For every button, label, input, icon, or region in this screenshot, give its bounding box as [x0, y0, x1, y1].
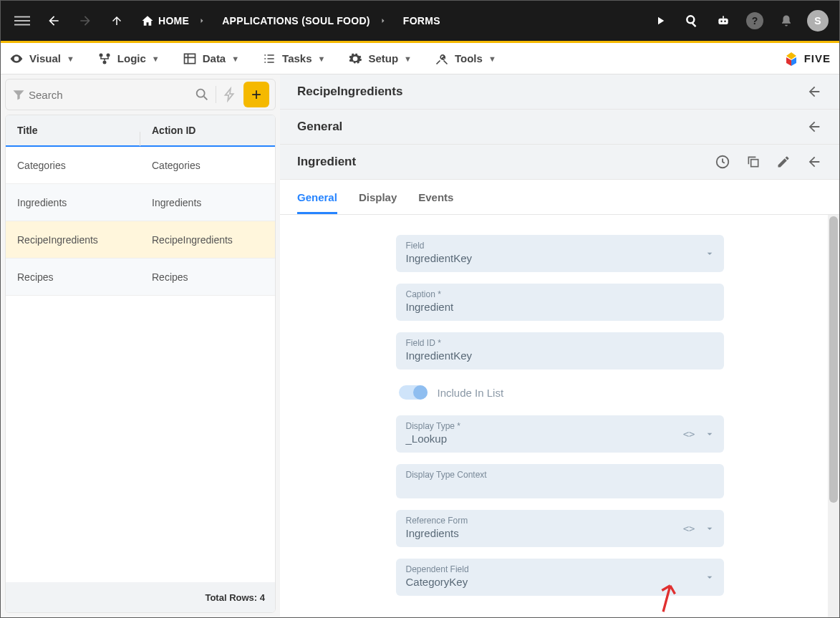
- svg-rect-5: [718, 19, 728, 24]
- toolbar-tasks[interactable]: Tasks▼: [262, 52, 325, 66]
- cell-action: Recipes: [140, 271, 275, 283]
- form-scroll: Field IngredientKey Caption * Ingredient…: [280, 215, 839, 617]
- breadcrumb-home-label: HOME: [158, 15, 189, 26]
- field-context[interactable]: Display Type Context: [396, 464, 724, 498]
- chevron-right-icon: [379, 16, 395, 25]
- breadcrumb-forms[interactable]: FORMS: [397, 12, 446, 29]
- copy-icon[interactable]: [746, 155, 761, 169]
- toggle-include[interactable]: Include In List: [396, 381, 724, 404]
- field-value: IngredientKey: [406, 252, 714, 264]
- toolbar: Visual▼ Logic▼ Data▼ Tasks▼ Setup▼ Tools…: [1, 43, 839, 74]
- toolbar-logic[interactable]: Logic▼: [97, 52, 160, 66]
- cell-action: RecipeIngredients: [140, 234, 275, 246]
- chevron-down-icon: [704, 248, 715, 259]
- field-field[interactable]: Field IngredientKey: [396, 235, 724, 272]
- menu-icon[interactable]: [9, 8, 35, 34]
- detail-bar-2: General: [280, 110, 839, 145]
- tools-icon: [435, 52, 449, 66]
- field-refform[interactable]: Reference Form Ingredients <>: [396, 510, 724, 547]
- field-value: IngredientKey: [406, 349, 714, 362]
- field-value: CategoryKey: [406, 576, 714, 588]
- divider: [216, 86, 216, 103]
- detail-title-3: Ingredient: [297, 155, 356, 169]
- toolbar-tools-label: Tools: [455, 52, 483, 64]
- svg-rect-2: [14, 24, 30, 26]
- field-label: Dependent Field: [406, 564, 714, 574]
- filter-icon[interactable]: [11, 87, 26, 102]
- svg-rect-18: [751, 160, 758, 167]
- table-row[interactable]: Categories Categories: [6, 147, 275, 184]
- tabs: General Display Events: [280, 180, 839, 215]
- search-icon[interactable]: [679, 8, 705, 34]
- back-icon[interactable]: [41, 8, 67, 34]
- field-displaytype[interactable]: Display Type * _Lookup <>: [396, 415, 724, 453]
- toolbar-visual-label: Visual: [29, 52, 61, 64]
- svg-rect-4: [692, 23, 696, 27]
- field-value: _Lookup: [406, 433, 714, 445]
- back-arrow-icon[interactable]: [806, 119, 822, 135]
- toggle-switch[interactable]: [399, 385, 428, 400]
- chevron-down-icon: [704, 571, 715, 583]
- lightning-icon[interactable]: [222, 87, 238, 102]
- total-rows: Total Rows: 4: [6, 582, 275, 612]
- cell-title: Categories: [6, 160, 140, 171]
- code-icon[interactable]: <>: [683, 428, 695, 440]
- breadcrumb-home[interactable]: HOME: [135, 11, 195, 30]
- search-input[interactable]: [26, 89, 194, 101]
- list-card: Title Action ID Categories Categories In…: [5, 115, 276, 613]
- field-depfield[interactable]: Dependent Field CategoryKey: [396, 559, 724, 596]
- table-icon: [183, 52, 197, 66]
- detail-bar-3: Ingredient: [280, 145, 839, 180]
- breadcrumb-applications[interactable]: APPLICATIONS (SOUL FOOD): [216, 12, 376, 29]
- field-label: Display Type *: [406, 421, 714, 431]
- avatar[interactable]: S: [805, 8, 831, 34]
- col-action[interactable]: Action ID: [140, 125, 275, 136]
- col-title[interactable]: Title: [6, 125, 140, 136]
- breadcrumb: HOME APPLICATIONS (SOUL FOOD) FORMS: [135, 11, 446, 30]
- svg-point-7: [724, 21, 726, 23]
- svg-point-6: [720, 21, 723, 23]
- history-icon[interactable]: [715, 154, 730, 170]
- field-label: Caption *: [406, 289, 714, 299]
- breadcrumb-forms-label: FORMS: [403, 15, 440, 26]
- toolbar-tools[interactable]: Tools▼: [435, 52, 496, 66]
- toolbar-data[interactable]: Data▼: [183, 52, 239, 66]
- toolbar-visual[interactable]: Visual▼: [9, 52, 74, 66]
- back-arrow-icon[interactable]: [806, 84, 822, 100]
- detail-title-1: RecipeIngredients: [297, 85, 402, 99]
- table-row[interactable]: RecipeIngredients RecipeIngredients: [6, 221, 275, 259]
- field-caption[interactable]: Caption * Ingredient: [396, 284, 724, 321]
- edit-icon[interactable]: [776, 155, 791, 169]
- scrollbar[interactable]: [828, 215, 839, 617]
- field-fieldid[interactable]: Field ID * IngredientKey: [396, 332, 724, 370]
- list-header: Title Action ID: [6, 115, 275, 147]
- svg-point-16: [197, 90, 205, 97]
- tab-events[interactable]: Events: [418, 180, 453, 214]
- five-logo-icon: [783, 50, 800, 67]
- tab-display[interactable]: Display: [359, 180, 397, 214]
- logic-icon: [97, 52, 112, 66]
- toolbar-tasks-label: Tasks: [282, 52, 312, 64]
- play-icon[interactable]: [647, 8, 673, 34]
- svg-rect-1: [14, 20, 30, 21]
- back-arrow-icon[interactable]: [806, 154, 822, 170]
- search-icon[interactable]: [194, 87, 210, 102]
- svg-point-3: [687, 16, 694, 23]
- detail-bar-1: RecipeIngredients: [280, 74, 839, 110]
- field-label: Reference Form: [406, 516, 714, 526]
- bot-icon[interactable]: [710, 8, 736, 34]
- help-icon[interactable]: ?: [742, 8, 768, 34]
- toolbar-setup[interactable]: Setup▼: [348, 52, 412, 66]
- code-icon[interactable]: <>: [683, 523, 695, 534]
- breadcrumb-applications-label: APPLICATIONS (SOUL FOOD): [222, 15, 370, 26]
- bell-icon[interactable]: [773, 8, 799, 34]
- add-button[interactable]: +: [243, 82, 269, 107]
- detail-title-2: General: [297, 120, 342, 134]
- main: + Title Action ID Categories Categories …: [1, 74, 839, 617]
- up-icon[interactable]: [104, 8, 130, 34]
- table-row[interactable]: Recipes Recipes: [6, 259, 275, 296]
- tab-general[interactable]: General: [297, 180, 337, 214]
- brand-logo: FIVE: [783, 50, 831, 67]
- table-row[interactable]: Ingredients Ingredients: [6, 184, 275, 221]
- svg-rect-12: [184, 54, 195, 63]
